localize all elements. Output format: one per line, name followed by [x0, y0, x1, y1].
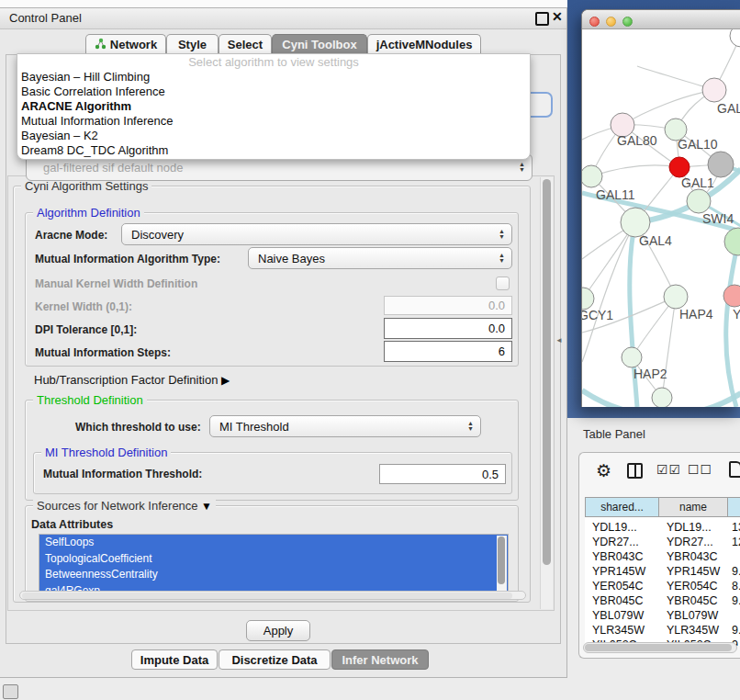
hscrollbar-thumb[interactable]	[22, 593, 512, 599]
settings-scrollbar-thumb[interactable]	[543, 179, 551, 565]
tab-style-label: Style	[178, 38, 207, 51]
table-row[interactable]: YBL079WYBL079W	[585, 608, 740, 623]
tab-impute-data[interactable]: Impute Data	[131, 649, 218, 670]
list-item[interactable]: BetweennessCentrality	[39, 567, 508, 583]
node-hap2[interactable]	[622, 347, 642, 367]
hide-columns-icon[interactable]: ☐☐	[688, 462, 712, 477]
minimize-traffic-light-icon[interactable]	[606, 17, 616, 27]
node-hap4[interactable]	[664, 285, 688, 309]
aracne-mode-combo[interactable]: Discovery ▲▼	[121, 223, 512, 245]
node[interactable]	[730, 29, 740, 47]
node[interactable]	[652, 388, 672, 407]
settings-vertical-scrollbar[interactable]	[540, 177, 553, 609]
close-icon[interactable]: ✕	[552, 9, 563, 24]
dpi-tolerance-field[interactable]: 0.0	[384, 318, 512, 339]
hub-definition-expander[interactable]: Hub/Transcription Factor Definition ▶	[34, 373, 230, 387]
float-window-icon[interactable]	[535, 12, 549, 26]
table-row[interactable]: YDL19...YDL19...13	[585, 520, 740, 535]
network-window-titlebar[interactable]	[582, 10, 740, 29]
list-scrollbar-thumb[interactable]	[498, 536, 505, 584]
apply-button[interactable]: Apply	[246, 620, 310, 641]
cell: 9.	[732, 624, 740, 637]
column-header-shared[interactable]: shared...	[585, 497, 659, 517]
dpi-tolerance-label: DPI Tolerance [0,1]:	[35, 323, 137, 336]
cell: YBL079W	[667, 609, 718, 622]
tab-network[interactable]: Network	[85, 34, 166, 54]
which-threshold-combo[interactable]: MI Threshold ▲▼	[209, 415, 481, 437]
tab-impute-data-label: Impute Data	[140, 653, 208, 667]
data-attributes-label: Data Attributes	[31, 518, 113, 531]
node-label: GAL1	[681, 175, 714, 190]
node-label: GCY1	[582, 308, 613, 322]
list-item[interactable]: TopologicalCoefficient	[39, 551, 508, 568]
control-panel-title: Control Panel	[9, 11, 82, 25]
panel-divider-collapse-icon[interactable]: ◄	[555, 336, 563, 344]
expand-arrow-icon: ▶	[221, 374, 230, 387]
table-row[interactable]: YBR045CYBR045C9.	[585, 593, 740, 608]
close-traffic-light-icon[interactable]	[589, 17, 600, 27]
table-row[interactable]: YPR145WYPR145W9.	[585, 564, 740, 579]
mi-threshold-definition-group: MI Threshold Definition Mutual Informati…	[33, 452, 512, 494]
table-row[interactable]: YLR345WYLR345W9.	[585, 623, 740, 638]
column-header-name[interactable]: name	[659, 497, 728, 517]
minimized-panel-icon[interactable]	[3, 684, 18, 699]
table-row[interactable]: YBR043CYBR043C	[585, 549, 740, 564]
node-swi4[interactable]	[687, 189, 711, 213]
node[interactable]	[724, 228, 740, 255]
node-gal1-selected[interactable]	[669, 157, 690, 177]
node-gal11[interactable]	[582, 165, 602, 187]
mi-threshold-field[interactable]: 0.5	[379, 464, 506, 484]
tab-jactivemnodules[interactable]: jActiveMNodules	[367, 34, 481, 54]
node[interactable]	[702, 78, 726, 102]
cell: YDL19...	[667, 521, 712, 534]
table-row[interactable]: YER054CYER054C8.	[585, 579, 740, 593]
new-table-icon[interactable]	[729, 461, 740, 478]
manual-kernel-label: Manual Kernel Width Definition	[35, 277, 197, 290]
cell: YER054C	[592, 580, 644, 593]
popup-item-bayesian-k2[interactable]: Bayesian – K2	[17, 129, 530, 143]
stepper-icon: ▲▼	[499, 229, 505, 240]
popup-item-basic-correlation[interactable]: Basic Correlation Inference	[17, 85, 530, 99]
node-label: GAL	[717, 101, 740, 116]
node-gcy1[interactable]	[582, 288, 594, 310]
popup-item-dream8[interactable]: Dream8 DC_TDC Algorithm	[17, 143, 530, 158]
tab-discretize-data[interactable]: Discretize Data	[219, 649, 331, 670]
popup-item-bayesian-hill[interactable]: Bayesian – Hill Climbing	[17, 70, 530, 85]
algorithm-definition-title: Algorithm Definition	[33, 206, 144, 220]
tab-cyni-toolbox[interactable]: Cyni Toolbox	[272, 34, 367, 54]
tab-jactivemnodules-label: jActiveMNodules	[376, 38, 473, 51]
tab-infer-network[interactable]: Infer Network	[331, 649, 429, 670]
table-row[interactable]: YDR27...YDR27...12	[585, 535, 740, 549]
show-columns-icon[interactable]: ☑☑	[656, 462, 681, 477]
settings-horizontal-scrollbar[interactable]	[19, 591, 526, 600]
cell: 13	[732, 521, 740, 534]
cyni-algorithm-settings-title: Cyni Algorithm Settings	[21, 179, 151, 193]
column-header-partial[interactable]	[728, 497, 740, 517]
sources-title-row[interactable]: Sources for Network Inference ▼	[33, 499, 216, 513]
which-threshold-label: Which threshold to use:	[75, 421, 201, 434]
column-split-icon[interactable]	[627, 463, 643, 479]
popup-item-aracne[interactable]: ARACNE Algorithm	[17, 99, 530, 114]
node-gray[interactable]	[708, 152, 734, 177]
table-horizontal-scrollbar[interactable]	[583, 642, 737, 653]
network-selector-value: gal-filtered sif default node	[43, 161, 183, 175]
cell: 9.	[732, 565, 740, 578]
mi-type-combo[interactable]: Naive Bayes ▲▼	[248, 247, 512, 269]
mi-steps-label: Mutual Information Steps:	[35, 346, 171, 359]
tab-style[interactable]: Style	[166, 34, 219, 54]
stepper-icon: ▲▼	[467, 421, 474, 432]
table-hscrollbar-thumb[interactable]	[585, 644, 732, 651]
tab-select[interactable]: Select	[219, 34, 272, 54]
mi-steps-field[interactable]: 6	[384, 341, 512, 362]
manual-kernel-checkbox[interactable]	[496, 277, 510, 290]
kernel-width-field[interactable]: 0.0	[384, 296, 512, 315]
cell: YDR27...	[592, 536, 639, 548]
zoom-traffic-light-icon[interactable]	[622, 17, 633, 27]
list-vertical-scrollbar[interactable]	[497, 536, 507, 598]
popup-item-mutual-information[interactable]: Mutual Information Inference	[17, 114, 530, 129]
cell: YBR045C	[667, 594, 718, 607]
network-canvas[interactable]: GAL GAL80 GAL10 GAL1 GAL11 SWI4 GAL4 GCY…	[582, 29, 740, 407]
gear-icon[interactable]: ⚙	[596, 462, 611, 480]
mi-threshold-value: 0.5	[482, 468, 499, 481]
list-item[interactable]: SelfLoops	[39, 535, 508, 551]
